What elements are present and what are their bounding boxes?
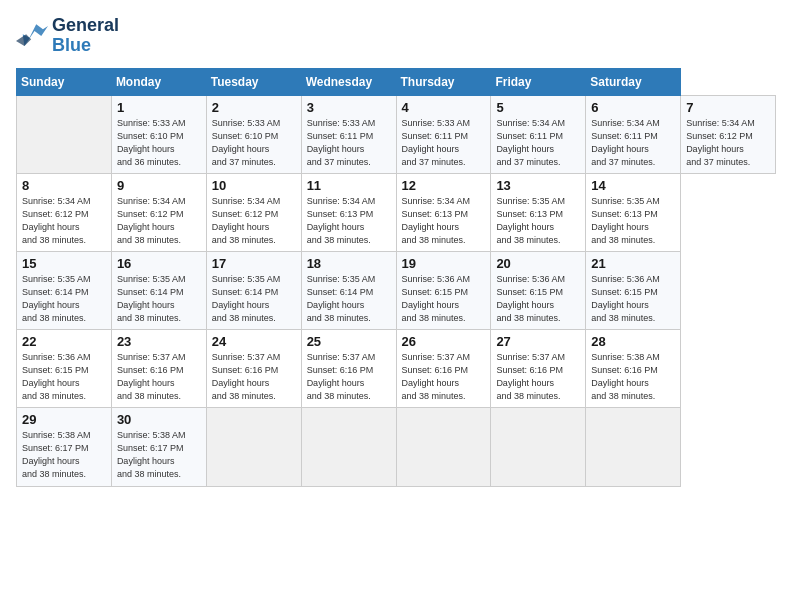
- day-number: 29: [22, 412, 106, 427]
- col-header-saturday: Saturday: [586, 68, 681, 95]
- day-detail: Sunrise: 5:35 AMSunset: 6:14 PMDaylight …: [212, 273, 296, 325]
- day-detail: Sunrise: 5:38 AMSunset: 6:17 PMDaylight …: [117, 429, 201, 481]
- day-detail: Sunrise: 5:36 AMSunset: 6:15 PMDaylight …: [591, 273, 675, 325]
- logo-blue: Blue: [52, 35, 91, 55]
- day-detail: Sunrise: 5:35 AMSunset: 6:13 PMDaylight …: [496, 195, 580, 247]
- calendar-cell: [206, 408, 301, 486]
- day-detail: Sunrise: 5:33 AMSunset: 6:10 PMDaylight …: [212, 117, 296, 169]
- calendar-cell: 7Sunrise: 5:34 AMSunset: 6:12 PMDaylight…: [681, 95, 776, 173]
- day-number: 20: [496, 256, 580, 271]
- calendar-cell: 1Sunrise: 5:33 AMSunset: 6:10 PMDaylight…: [111, 95, 206, 173]
- day-detail: Sunrise: 5:34 AMSunset: 6:11 PMDaylight …: [591, 117, 675, 169]
- day-number: 9: [117, 178, 201, 193]
- day-number: 3: [307, 100, 391, 115]
- calendar-cell: 30Sunrise: 5:38 AMSunset: 6:17 PMDayligh…: [111, 408, 206, 486]
- day-number: 5: [496, 100, 580, 115]
- col-header-friday: Friday: [491, 68, 586, 95]
- day-detail: Sunrise: 5:35 AMSunset: 6:13 PMDaylight …: [591, 195, 675, 247]
- col-header-thursday: Thursday: [396, 68, 491, 95]
- day-detail: Sunrise: 5:34 AMSunset: 6:12 PMDaylight …: [686, 117, 770, 169]
- calendar-cell: 10Sunrise: 5:34 AMSunset: 6:12 PMDayligh…: [206, 173, 301, 251]
- day-number: 16: [117, 256, 201, 271]
- day-detail: Sunrise: 5:35 AMSunset: 6:14 PMDaylight …: [117, 273, 201, 325]
- day-detail: Sunrise: 5:34 AMSunset: 6:12 PMDaylight …: [212, 195, 296, 247]
- day-detail: Sunrise: 5:33 AMSunset: 6:10 PMDaylight …: [117, 117, 201, 169]
- calendar-cell: 27Sunrise: 5:37 AMSunset: 6:16 PMDayligh…: [491, 330, 586, 408]
- calendar-cell: 13Sunrise: 5:35 AMSunset: 6:13 PMDayligh…: [491, 173, 586, 251]
- page-header: General Blue: [16, 16, 776, 56]
- day-detail: Sunrise: 5:37 AMSunset: 6:16 PMDaylight …: [117, 351, 201, 403]
- calendar-cell: 3Sunrise: 5:33 AMSunset: 6:11 PMDaylight…: [301, 95, 396, 173]
- day-number: 7: [686, 100, 770, 115]
- day-detail: Sunrise: 5:36 AMSunset: 6:15 PMDaylight …: [402, 273, 486, 325]
- day-number: 10: [212, 178, 296, 193]
- calendar-cell: [491, 408, 586, 486]
- calendar-cell: [396, 408, 491, 486]
- day-number: 6: [591, 100, 675, 115]
- calendar-cell: 11Sunrise: 5:34 AMSunset: 6:13 PMDayligh…: [301, 173, 396, 251]
- day-number: 27: [496, 334, 580, 349]
- day-number: 11: [307, 178, 391, 193]
- day-detail: Sunrise: 5:34 AMSunset: 6:13 PMDaylight …: [402, 195, 486, 247]
- calendar-cell: 4Sunrise: 5:33 AMSunset: 6:11 PMDaylight…: [396, 95, 491, 173]
- day-detail: Sunrise: 5:34 AMSunset: 6:13 PMDaylight …: [307, 195, 391, 247]
- day-number: 26: [402, 334, 486, 349]
- day-number: 28: [591, 334, 675, 349]
- calendar-cell: 5Sunrise: 5:34 AMSunset: 6:11 PMDaylight…: [491, 95, 586, 173]
- calendar-cell: 26Sunrise: 5:37 AMSunset: 6:16 PMDayligh…: [396, 330, 491, 408]
- calendar-cell: [586, 408, 681, 486]
- day-detail: Sunrise: 5:36 AMSunset: 6:15 PMDaylight …: [496, 273, 580, 325]
- calendar-cell: 15Sunrise: 5:35 AMSunset: 6:14 PMDayligh…: [17, 251, 112, 329]
- day-detail: Sunrise: 5:33 AMSunset: 6:11 PMDaylight …: [402, 117, 486, 169]
- calendar-cell: 21Sunrise: 5:36 AMSunset: 6:15 PMDayligh…: [586, 251, 681, 329]
- day-number: 1: [117, 100, 201, 115]
- day-detail: Sunrise: 5:35 AMSunset: 6:14 PMDaylight …: [22, 273, 106, 325]
- day-detail: Sunrise: 5:34 AMSunset: 6:12 PMDaylight …: [117, 195, 201, 247]
- calendar-table: SundayMondayTuesdayWednesdayThursdayFrid…: [16, 68, 776, 487]
- calendar-cell: 25Sunrise: 5:37 AMSunset: 6:16 PMDayligh…: [301, 330, 396, 408]
- col-header-wednesday: Wednesday: [301, 68, 396, 95]
- calendar-cell: 20Sunrise: 5:36 AMSunset: 6:15 PMDayligh…: [491, 251, 586, 329]
- calendar-cell: 22Sunrise: 5:36 AMSunset: 6:15 PMDayligh…: [17, 330, 112, 408]
- day-detail: Sunrise: 5:36 AMSunset: 6:15 PMDaylight …: [22, 351, 106, 403]
- calendar-cell: [17, 95, 112, 173]
- day-number: 24: [212, 334, 296, 349]
- calendar-cell: 12Sunrise: 5:34 AMSunset: 6:13 PMDayligh…: [396, 173, 491, 251]
- svg-marker-1: [16, 34, 31, 46]
- calendar-cell: 23Sunrise: 5:37 AMSunset: 6:16 PMDayligh…: [111, 330, 206, 408]
- day-number: 2: [212, 100, 296, 115]
- calendar-cell: 14Sunrise: 5:35 AMSunset: 6:13 PMDayligh…: [586, 173, 681, 251]
- col-header-sunday: Sunday: [17, 68, 112, 95]
- day-number: 8: [22, 178, 106, 193]
- day-detail: Sunrise: 5:35 AMSunset: 6:14 PMDaylight …: [307, 273, 391, 325]
- day-detail: Sunrise: 5:38 AMSunset: 6:16 PMDaylight …: [591, 351, 675, 403]
- calendar-cell: 19Sunrise: 5:36 AMSunset: 6:15 PMDayligh…: [396, 251, 491, 329]
- day-number: 13: [496, 178, 580, 193]
- day-number: 30: [117, 412, 201, 427]
- day-detail: Sunrise: 5:37 AMSunset: 6:16 PMDaylight …: [212, 351, 296, 403]
- logo-bird-icon: [16, 22, 48, 50]
- day-detail: Sunrise: 5:33 AMSunset: 6:11 PMDaylight …: [307, 117, 391, 169]
- calendar-cell: 24Sunrise: 5:37 AMSunset: 6:16 PMDayligh…: [206, 330, 301, 408]
- col-header-tuesday: Tuesday: [206, 68, 301, 95]
- calendar-cell: 6Sunrise: 5:34 AMSunset: 6:11 PMDaylight…: [586, 95, 681, 173]
- calendar-cell: 8Sunrise: 5:34 AMSunset: 6:12 PMDaylight…: [17, 173, 112, 251]
- day-number: 25: [307, 334, 391, 349]
- day-number: 22: [22, 334, 106, 349]
- calendar-cell: 9Sunrise: 5:34 AMSunset: 6:12 PMDaylight…: [111, 173, 206, 251]
- day-detail: Sunrise: 5:38 AMSunset: 6:17 PMDaylight …: [22, 429, 106, 481]
- day-detail: Sunrise: 5:37 AMSunset: 6:16 PMDaylight …: [496, 351, 580, 403]
- calendar-cell: 29Sunrise: 5:38 AMSunset: 6:17 PMDayligh…: [17, 408, 112, 486]
- calendar-cell: 2Sunrise: 5:33 AMSunset: 6:10 PMDaylight…: [206, 95, 301, 173]
- day-number: 15: [22, 256, 106, 271]
- day-detail: Sunrise: 5:37 AMSunset: 6:16 PMDaylight …: [402, 351, 486, 403]
- calendar-cell: 18Sunrise: 5:35 AMSunset: 6:14 PMDayligh…: [301, 251, 396, 329]
- logo-general: General: [52, 15, 119, 35]
- day-number: 18: [307, 256, 391, 271]
- day-detail: Sunrise: 5:37 AMSunset: 6:16 PMDaylight …: [307, 351, 391, 403]
- day-number: 4: [402, 100, 486, 115]
- day-number: 14: [591, 178, 675, 193]
- day-number: 12: [402, 178, 486, 193]
- day-detail: Sunrise: 5:34 AMSunset: 6:12 PMDaylight …: [22, 195, 106, 247]
- logo: General Blue: [16, 16, 119, 56]
